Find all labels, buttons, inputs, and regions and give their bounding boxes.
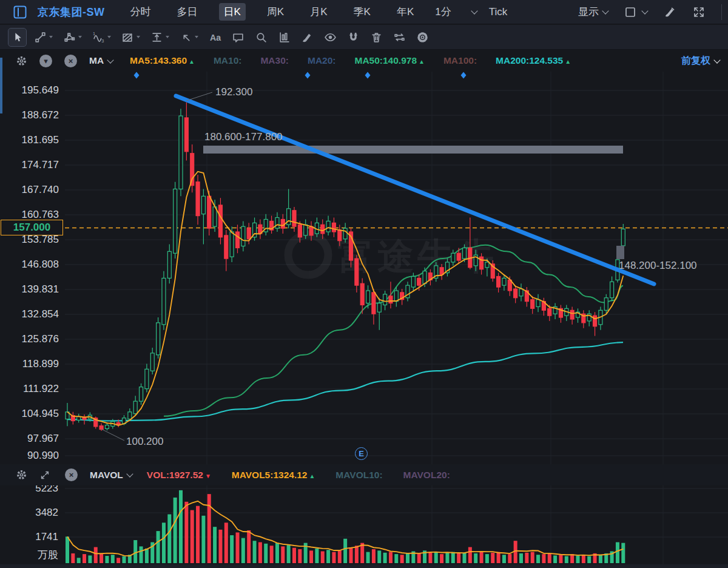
visibility-tool[interactable]	[322, 29, 339, 46]
event-diamond-icon[interactable]	[305, 72, 311, 79]
price-range-tool[interactable]	[148, 29, 172, 46]
svg-text:1: 1	[93, 31, 95, 36]
tab-季K[interactable]: 季K	[349, 3, 376, 21]
dropdown-caret-icon[interactable]	[166, 36, 169, 38]
settings-tool[interactable]	[414, 29, 431, 46]
tab-多日[interactable]: 多日	[172, 3, 203, 21]
ma200-line	[67, 342, 623, 421]
arrow-tool[interactable]	[177, 29, 201, 46]
collapse-button[interactable]: ▾	[39, 55, 52, 67]
tick-label: Tick	[489, 6, 508, 18]
current-price-tag: 157.000	[1, 220, 63, 235]
annotation-high-price[interactable]: 192.300	[215, 86, 252, 98]
interval-dropdown[interactable]: 1分	[435, 5, 477, 19]
annotation-low-price[interactable]: 100.200	[126, 436, 163, 448]
wave-count-tool[interactable]: 13	[90, 29, 113, 46]
ma-value-ma10[interactable]: MA10:	[214, 55, 242, 66]
event-diamond-icon[interactable]	[134, 72, 140, 79]
ma-value-ma5[interactable]: MA5:143.360▲	[130, 55, 195, 66]
vol-value-vol[interactable]: VOL:1927.52▼	[147, 470, 211, 481]
ma-value-ma20[interactable]: MA20:	[308, 55, 336, 66]
bottom-cutoff-strip	[0, 564, 728, 568]
chevron-down-icon	[602, 7, 608, 14]
price-axis-label: 195.649	[0, 84, 59, 96]
brush-icon[interactable]	[662, 4, 678, 20]
vol-value-mavol10[interactable]: MAVOL10:	[335, 470, 382, 481]
ma-value-ma50[interactable]: MA50:140.978▲	[354, 55, 424, 66]
dropdown-caret-icon[interactable]	[49, 36, 53, 38]
gann-tool[interactable]	[119, 29, 143, 46]
watermark: 富途牛牛	[288, 235, 497, 277]
vol-value-mavol5[interactable]: MAVOL5:1324.12▲	[232, 470, 315, 481]
price-axis-label: 90.990	[0, 450, 59, 462]
supply-zone-bar[interactable]	[203, 146, 623, 154]
ma-value-ma200[interactable]: MA200:124.535▲	[496, 55, 571, 66]
close-indicator-button[interactable]: ×	[64, 55, 77, 67]
price-axis-label: 111.922	[0, 383, 59, 395]
event-diamond-icon[interactable]	[461, 72, 467, 79]
trend-up-icon: ▲	[565, 58, 571, 65]
trend-up-icon: ▲	[309, 473, 315, 479]
price-axis-label: 132.854	[0, 308, 59, 320]
top-toolbar: 京东集团-SW 分时多日日K周K月K季K年K 1分 Tick 显示	[0, 0, 728, 24]
annotation-pointer-line	[101, 429, 124, 441]
highlighter-tool[interactable]	[298, 29, 316, 46]
text-tool[interactable]: Aa	[206, 29, 224, 46]
trend-down-icon: ▼	[205, 473, 211, 479]
cursor-tool[interactable]	[8, 29, 26, 46]
volume-axis-label: 万股	[0, 549, 58, 561]
ma50-line	[164, 245, 623, 416]
display-dropdown[interactable]: 显示	[578, 5, 609, 19]
tab-日K[interactable]: 日K	[219, 3, 246, 21]
tab-周K[interactable]: 周K	[262, 3, 289, 21]
toolbar-divider	[721, 4, 722, 20]
gear-icon[interactable]	[16, 55, 27, 67]
chevron-down-icon[interactable]	[713, 56, 720, 63]
price-axis-label: 153.785	[0, 234, 59, 246]
svg-text:Aa: Aa	[210, 32, 221, 42]
mavol5-line	[67, 501, 623, 556]
adjustment-mode-label[interactable]: 前复权	[681, 55, 710, 67]
tab-月K[interactable]: 月K	[305, 3, 332, 21]
dropdown-caret-icon[interactable]	[78, 36, 82, 38]
chart-style-dropdown[interactable]	[622, 4, 649, 20]
delete-tool[interactable]	[368, 29, 385, 46]
downtrend-line[interactable]	[176, 96, 654, 284]
volume-indicator-selector[interactable]: MAVOL	[90, 470, 123, 481]
volume-profile-tool[interactable]	[275, 29, 293, 46]
ma-indicator-bar: ▾ × MA MA5:143.360▲MA10:MA30:MA20:MA50:1…	[0, 50, 728, 72]
tab-分时[interactable]: 分时	[126, 3, 156, 21]
close-indicator-button[interactable]: ×	[65, 468, 78, 481]
symbol-title[interactable]: 京东集团-SW	[38, 5, 105, 19]
dropdown-caret-icon[interactable]	[136, 36, 140, 38]
magnet-tool[interactable]	[345, 29, 362, 46]
earnings-event-marker[interactable]: E	[355, 447, 368, 460]
indicator-selector[interactable]: MA	[89, 55, 104, 66]
annotation-supply-zone[interactable]: 180.600-177.800	[204, 131, 283, 143]
zoom-tool[interactable]	[252, 29, 270, 46]
volume-bars-layer	[66, 490, 625, 563]
annotation-gap-range[interactable]: 148.200-152.100	[619, 260, 697, 272]
candles-layer	[66, 103, 625, 431]
ma-value-ma30[interactable]: MA30:	[260, 55, 289, 66]
interval-label: 1分	[435, 5, 451, 19]
window-layout-icon[interactable]	[12, 4, 28, 20]
dropdown-caret-icon[interactable]	[107, 36, 111, 38]
dropdown-caret-icon[interactable]	[195, 36, 198, 38]
gear-icon[interactable]	[16, 469, 27, 481]
vol-value-mavol20[interactable]: MAVOL20:	[403, 470, 450, 481]
comment-tool[interactable]	[229, 29, 247, 46]
event-diamond-icon[interactable]	[365, 72, 371, 79]
ma-value-ma100[interactable]: MA100:	[443, 55, 477, 66]
trendline-tool[interactable]	[32, 29, 55, 46]
tab-年K[interactable]: 年K	[392, 3, 419, 21]
period-tabs: 分时多日日K周K月K季K年K	[126, 3, 419, 21]
expand-panel-icon[interactable]	[37, 467, 53, 483]
chart-style-icon	[622, 4, 638, 20]
tab-tick[interactable]: Tick	[489, 6, 508, 18]
gap-zone-rect[interactable]	[616, 246, 624, 259]
replay-tool[interactable]	[391, 29, 408, 46]
trend-up-icon: ▲	[189, 58, 195, 65]
fullscreen-icon[interactable]	[691, 4, 707, 20]
shape-tool[interactable]	[61, 29, 84, 46]
